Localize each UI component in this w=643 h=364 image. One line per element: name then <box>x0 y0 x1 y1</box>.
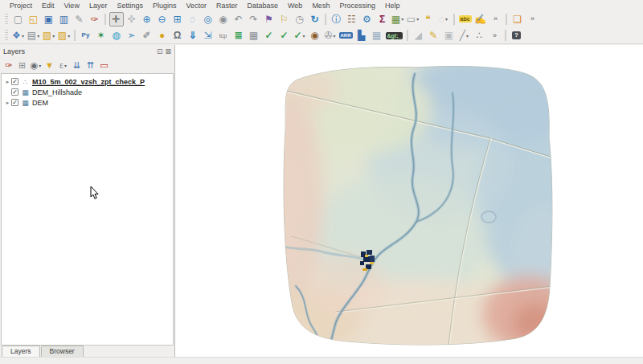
map-canvas[interactable] <box>175 45 643 357</box>
menu-item[interactable]: Project <box>5 2 37 10</box>
bird-plugin-button[interactable]: ➣ ▾ <box>125 28 139 43</box>
add-raster-layer-dropdown[interactable]: ▤ ▾ <box>27 28 41 43</box>
pan-to-selection-button[interactable]: ✜ ▾ <box>125 12 139 27</box>
menu-item[interactable]: Settings <box>112 2 148 10</box>
spatial-bookmarks-dropdown[interactable]: ◌ ▾ <box>436 12 451 27</box>
layer-labeling-button[interactable]: abc ▾ <box>458 12 473 27</box>
advanced-digitizing-button[interactable]: ✐ ▾ <box>140 28 154 43</box>
style-manager-button[interactable]: ✑ ▾ <box>88 12 102 27</box>
save-project-button[interactable]: ▣ ▾ <box>42 12 56 27</box>
help-plugin-button[interactable]: ? ▾ <box>509 28 523 43</box>
zoom-full-extent-button[interactable]: ⊞ ▾ <box>170 12 185 27</box>
measure-dropdown[interactable]: ▭ ▾ <box>406 12 420 27</box>
filter-expression-dropdown[interactable]: ε ▾ <box>57 59 70 72</box>
label-toolbar-overflow-button[interactable]: » ▾ <box>489 12 503 27</box>
field-calculator-button[interactable]: ☷ ▾ <box>345 12 359 27</box>
collapse-all-button[interactable]: ⇈ ▾ <box>84 59 97 72</box>
layer-visibility-checkbox[interactable]: ✓ <box>11 88 18 96</box>
zoom-native-resolution-button[interactable]: ◉ ▾ <box>216 12 231 27</box>
attribute-table-dropdown[interactable]: ▦ ▾ <box>391 12 405 27</box>
python-console-button[interactable]: Py ▾ <box>79 28 93 43</box>
new-print-layout-button[interactable]: ✎ ▾ <box>72 12 87 27</box>
menu-item[interactable]: Help <box>380 2 405 10</box>
open-project-button[interactable]: ◱ ▾ <box>27 12 41 27</box>
dock-tab[interactable]: Layers <box>2 346 40 357</box>
save-project-as-button[interactable]: ▥ ▾ <box>57 12 72 27</box>
notebook-plugin-button[interactable]: ▙ ▾ <box>354 28 369 43</box>
menu-item[interactable]: Web <box>283 2 307 10</box>
float-panel-icon[interactable]: ⊡ <box>157 48 163 55</box>
menu-item[interactable]: View <box>59 2 84 10</box>
toggle-editing-button[interactable]: ✎ ▾ <box>426 28 440 43</box>
manage-themes-dropdown[interactable]: ◉ ▾ <box>30 59 43 72</box>
zoom-next-button[interactable]: ↷ ▾ <box>247 12 261 27</box>
legend-plugin-button[interactable]: ≣ ▾ <box>231 28 246 43</box>
new-bookmark-button[interactable]: ⚑ ▾ <box>262 12 276 27</box>
zoom-in-button[interactable]: ⊕ ▾ <box>140 12 154 27</box>
close-panel-icon[interactable]: ⊠ <box>165 48 171 55</box>
layer-item[interactable]: ▸ ✓ ▦ DEM <box>2 97 173 108</box>
tcp-plugin-button[interactable]: tcp ▾ <box>216 28 231 43</box>
processing-toolbox-button[interactable]: ⚙ ▾ <box>360 12 375 27</box>
geometry-check-button[interactable]: ✓ ▾ <box>262 28 276 43</box>
layer-visibility-checkbox[interactable]: ✓ <box>11 99 18 106</box>
zoom-out-button[interactable]: ⊖ ▾ <box>155 12 170 27</box>
map-views-button[interactable]: ❏ ▾ <box>510 12 525 27</box>
statistical-summary-button[interactable]: Σ ▾ <box>375 12 390 27</box>
grid-plugin-button[interactable]: ▦ ▾ <box>370 28 384 43</box>
digitize-dropdown[interactable]: ╱ ▾ <box>457 28 471 43</box>
menu-item[interactable]: Layer <box>84 2 113 10</box>
add-mesh-layer-dropdown[interactable]: ▧ ▾ <box>42 28 56 43</box>
new-project-button[interactable]: ▢ ▾ <box>11 12 26 27</box>
menu-item[interactable]: Processing <box>334 2 380 10</box>
dock-tab[interactable]: Browser <box>41 346 84 357</box>
layer-visibility-checkbox[interactable]: ✓ <box>11 78 18 85</box>
label-options-button[interactable]: ✍ ▾ <box>473 12 488 27</box>
raster-editor-button[interactable]: ▦ ▾ <box>247 28 261 43</box>
refresh-map-button[interactable]: ↻ ▾ <box>308 12 322 27</box>
database-button[interactable]: ● ▾ <box>155 28 170 43</box>
edit-toolbar-overflow-button[interactable]: » ▾ <box>487 28 502 43</box>
identify-features-button[interactable]: ⓘ ▾ <box>330 12 344 27</box>
menu-item[interactable]: Edit <box>37 2 59 10</box>
zoom-to-layer-button[interactable]: ◎ ▾ <box>201 12 215 27</box>
expander-icon[interactable]: ▸ <box>4 100 11 106</box>
layer-name[interactable]: DEM_Hillshade <box>32 88 82 96</box>
pan-map-button[interactable]: ✛ ▾ <box>109 12 124 27</box>
remove-layer-button[interactable]: ▭ ▾ <box>98 59 111 72</box>
menu-item[interactable]: Vector <box>181 2 211 10</box>
expander-icon[interactable]: ▸ <box>4 79 11 85</box>
arr-plugin-button[interactable]: ARR ▾ <box>338 28 354 43</box>
menu-item[interactable]: Plugins <box>148 2 182 10</box>
toolbar-overflow-button[interactable]: » ▾ <box>526 12 540 27</box>
temporal-controller-button[interactable]: ◷ ▾ <box>293 12 307 27</box>
new-shapefile-button[interactable]: ✶ ▾ <box>94 28 109 43</box>
layer-name[interactable]: M10_5m_002_vzsh_zpt_check_P <box>32 78 145 86</box>
zoom-to-selection-button[interactable]: ◌ ▾ <box>186 12 200 27</box>
attachments-dropdown[interactable]: ✇ ▾ <box>323 28 338 43</box>
save-edits-button[interactable]: ▣ ▾ <box>441 28 456 43</box>
db-manager-button[interactable]: Ω ▾ <box>170 28 185 43</box>
expand-all-button[interactable]: ⇊ ▾ <box>71 59 84 72</box>
layer-name[interactable]: DEM <box>32 99 48 107</box>
validity-check-dropdown[interactable]: ✓ ▾ <box>293 28 307 43</box>
bear-plugin-button[interactable]: ◉ ▾ <box>308 28 322 43</box>
layer-styling-button[interactable]: ✑ ▾ <box>2 59 15 72</box>
new-layer-dropdown[interactable]: ▨ ▾ <box>57 28 72 43</box>
menu-item[interactable]: Database <box>243 2 284 10</box>
add-group-button[interactable]: ⊞ ▾ <box>16 59 29 72</box>
web-service-button[interactable]: ◍ ▾ <box>109 28 124 43</box>
layer-item[interactable]: ▸ ✓ ∴ M10_5m_002_vzsh_zpt_check_P <box>2 76 173 87</box>
menu-item[interactable]: Raster <box>211 2 243 10</box>
add-vector-layer-dropdown[interactable]: ❖ ▾ <box>11 28 26 43</box>
map-tips-button[interactable]: ❝ ▾ <box>421 12 436 27</box>
zoom-last-button[interactable]: ↶ ▾ <box>231 12 246 27</box>
topology-check-button[interactable]: ✓ ▾ <box>277 28 292 43</box>
console-plugin-button[interactable]: &gt;_ ▾ <box>385 28 404 43</box>
layer-item[interactable]: ✓ ▦ DEM_Hillshade <box>2 87 173 97</box>
vertex-tool-button[interactable]: ∴ ▾ <box>472 28 486 43</box>
db-import-button[interactable]: ⇓ ▾ <box>186 28 200 43</box>
filter-legend-button[interactable]: ▼ ▾ <box>43 59 56 72</box>
db-export-button[interactable]: ⇲ ▾ <box>201 28 215 43</box>
menu-item[interactable]: Mesh <box>307 2 334 10</box>
